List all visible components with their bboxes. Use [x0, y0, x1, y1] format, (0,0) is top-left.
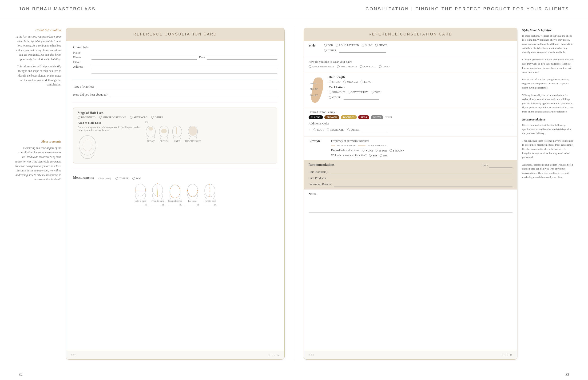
style-short[interactable]: SHORT: [375, 44, 387, 46]
additional-color-label: Additional Color: [309, 122, 329, 125]
badge-blacks[interactable]: BLACKS: [309, 115, 323, 119]
style-long-layered[interactable]: LONG LAYERED: [336, 44, 359, 46]
away-label: AWAY FROM FACE: [312, 65, 335, 68]
frequency-inputs: DAYS PER WEEK HOURS PER DAY: [331, 144, 513, 147]
circ-input-group: in.: [168, 203, 182, 206]
active-label: Will hair be worn while active?: [331, 153, 367, 157]
full-fringe[interactable]: FULL FRINGE: [337, 65, 357, 68]
wig-option[interactable]: WIG: [132, 177, 141, 180]
color-other-input[interactable]: [362, 127, 386, 132]
style-shag[interactable]: SHAG: [362, 44, 372, 46]
front-back-wig-input-group: in.: [203, 203, 217, 206]
address-input[interactable]: [91, 64, 277, 69]
updo-radio: [379, 65, 381, 68]
stage-mid[interactable]: MID/PROGRESSIVE: [99, 116, 126, 119]
how-wear-label: How do you like to wear your hair?: [309, 60, 513, 64]
recommendations-section: Recommendations DATE Hair Product(s): Ca…: [304, 160, 517, 190]
wig-radio: [132, 177, 135, 180]
length-long[interactable]: LONG: [360, 80, 371, 83]
client-info-label: Client Info: [73, 46, 277, 49]
address-input2[interactable]: [91, 69, 277, 74]
style-other[interactable]: OTHER: [324, 49, 336, 52]
type-hair-loss-input[interactable]: [96, 84, 277, 89]
style-none[interactable]: NONE: [362, 149, 373, 152]
stage-mid-radio: [99, 116, 102, 119]
ponytail[interactable]: PONYTAIL: [360, 65, 376, 68]
email-input[interactable]: [91, 60, 277, 64]
circumference-label: Circumference: [168, 200, 182, 202]
care-products-input[interactable]: [328, 176, 512, 180]
badge-blondes[interactable]: BLONDES: [341, 115, 357, 119]
yes-radio: [369, 154, 372, 157]
color-other[interactable]: OTHER: [347, 128, 360, 131]
circ-input[interactable]: [168, 203, 179, 206]
curl-both[interactable]: BOTH: [371, 91, 381, 94]
divider3: [73, 169, 277, 169]
ear-input[interactable]: [186, 203, 196, 206]
stage-other[interactable]: OTHER: [151, 116, 164, 119]
style-30min[interactable]: 30 MIN: [375, 149, 387, 152]
additional-color-input[interactable]: [331, 121, 512, 126]
updo[interactable]: UPDO: [379, 65, 390, 68]
badge-browns[interactable]: BROWNS: [324, 115, 339, 119]
svg-point-0: [79, 135, 96, 155]
followup-input[interactable]: [334, 182, 512, 187]
style-other-input[interactable]: [339, 48, 386, 53]
stage-advanced[interactable]: ADVANCED: [130, 116, 147, 119]
date-input[interactable]: [207, 55, 277, 60]
length-medium[interactable]: MEDIUM: [343, 80, 358, 83]
style-other-label: OTHER: [328, 49, 336, 52]
hair-products-input[interactable]: [330, 170, 512, 174]
left-card-code: F. 2.1: [71, 354, 77, 357]
topper-option[interactable]: TOPPER: [115, 177, 129, 180]
left-card-body: Client Info Name Phone Date Email: [66, 41, 284, 351]
hours-input-box[interactable]: [358, 145, 365, 146]
side-to-side-input[interactable]: [134, 203, 144, 206]
shag-radio: [362, 44, 364, 46]
phone-input[interactable]: [91, 55, 197, 60]
left-card-header: REFERENCE CONSULTATION CARD: [66, 28, 284, 41]
measurements-label: Measurements: [73, 176, 94, 180]
curl-options: STRAIGHT WAVY/CURLY BOTH: [329, 91, 513, 94]
how-hear-input[interactable]: [109, 92, 277, 97]
style-1hour[interactable]: 1 HOUR +: [390, 149, 404, 152]
fringe-label: FULL FRINGE: [340, 65, 357, 68]
hair-profile-svg: Short 8" Med. 12" Long 18": [309, 75, 325, 103]
curl-other[interactable]: OTHER: [329, 96, 341, 99]
no-label: NO: [383, 154, 387, 157]
active-no[interactable]: NO: [380, 154, 387, 157]
curl-other-input[interactable]: [344, 95, 379, 100]
short-length-label: SHORT: [332, 80, 340, 83]
stage-beginning-label: BEGINNING: [81, 116, 96, 119]
front-back-wig-input[interactable]: [203, 203, 214, 206]
away-from-face[interactable]: AWAY FROM FACE: [309, 65, 335, 68]
color-other-radio: [347, 129, 350, 131]
badge-reds[interactable]: REDS: [358, 115, 369, 119]
notes-input[interactable]: [309, 198, 513, 212]
badge-greys[interactable]: GREYS: [371, 115, 383, 119]
length-short[interactable]: SHORT: [329, 80, 340, 83]
circ-unit: in.: [179, 203, 182, 206]
bob-label: BOB: [328, 44, 333, 46]
measurements-options: TOPPER WIG: [115, 177, 141, 180]
date-input[interactable]: [489, 163, 512, 168]
curl-wavy[interactable]: WAVY/CURLY: [348, 91, 368, 94]
color-root[interactable]: ROOT: [314, 128, 324, 131]
rec-text1: It is recommended that the first follow-…: [522, 123, 574, 135]
client-info-sidebar-text2: This information will help you identify …: [14, 64, 61, 87]
left-card-side: Side A: [268, 353, 279, 357]
stage-beginning[interactable]: BEGINNING: [78, 116, 96, 119]
name-input[interactable]: [91, 50, 277, 55]
color-highlight[interactable]: HIGHLIGHT: [327, 128, 344, 131]
style-bob[interactable]: BOB: [324, 44, 333, 46]
area-label: Area of Hair Loss: [78, 121, 141, 125]
curl-straight[interactable]: STRAIGHT: [329, 91, 345, 94]
no-radio: [380, 154, 382, 157]
stage-other-label: OTHER: [155, 116, 164, 119]
color-family-label: Desired Color Family: [309, 110, 513, 114]
front-back-input[interactable]: [151, 203, 162, 206]
circ-svg: [169, 183, 182, 199]
active-yes[interactable]: YES: [369, 154, 378, 157]
arrow-label: ↳: [309, 128, 311, 131]
days-input-box[interactable]: [331, 145, 335, 146]
